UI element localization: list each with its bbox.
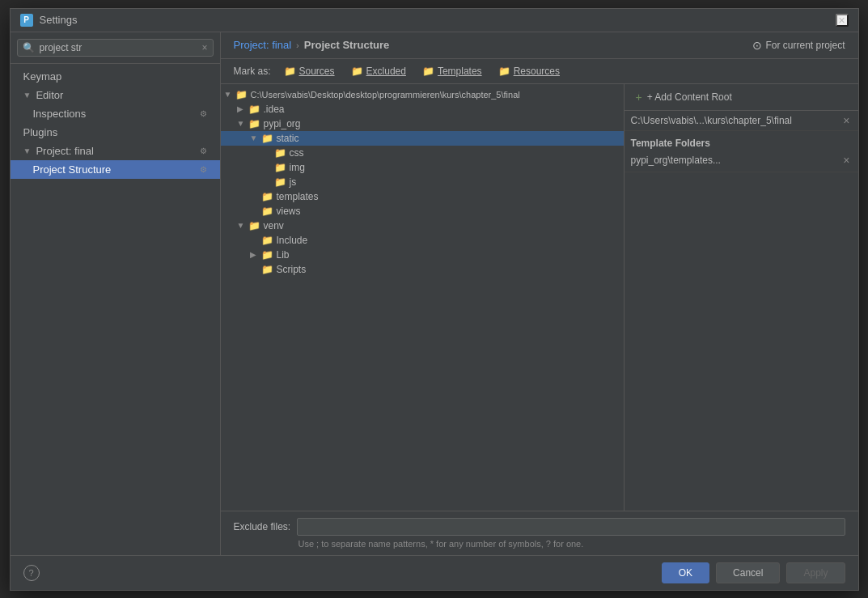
tree-item-label: templates: [277, 191, 319, 202]
mark-sources-button[interactable]: 📁 Sources: [277, 64, 341, 78]
templates-folder-icon: 📁: [422, 66, 434, 77]
tree-item-label: views: [277, 206, 301, 217]
breadcrumb-parent[interactable]: Project: final: [234, 39, 292, 51]
add-content-root-label: + Add Content Root: [647, 91, 732, 103]
tree-item-label: C:\Users\vabis\Desktop\desktop\programmi…: [251, 90, 520, 100]
tree-item[interactable]: ▶ 📁 views: [221, 204, 624, 218]
app-icon: P: [20, 14, 33, 27]
tree-item[interactable]: ▶ 📁 Lib: [221, 248, 624, 262]
sources-label: Sources: [299, 66, 335, 77]
close-button[interactable]: ×: [836, 14, 849, 27]
tree-item[interactable]: ▶ 📁 .idea: [221, 102, 624, 117]
search-box: 🔍 ×: [11, 32, 220, 64]
folder-icon: 📁: [261, 191, 273, 202]
expand-icon: ▶: [250, 250, 260, 259]
sidebar-item-inspections[interactable]: Inspections ⚙: [11, 104, 220, 123]
help-button[interactable]: ?: [23, 565, 40, 581]
sidebar-item-editor[interactable]: ▼ Editor: [11, 86, 220, 104]
content-area: Project: final › Project Structure ⊙ For…: [221, 32, 858, 555]
tree-item-label: .idea: [264, 104, 285, 115]
search-icon: 🔍: [23, 42, 35, 53]
tree-item-label: Lib: [277, 249, 290, 261]
sidebar-item-plugins[interactable]: Plugins: [11, 123, 220, 142]
config-icon: ⚙: [200, 165, 207, 174]
mark-excluded-button[interactable]: 📁 Excluded: [345, 64, 413, 78]
project-icon: ⊙: [752, 39, 762, 52]
mark-templates-button[interactable]: 📁 Templates: [416, 64, 489, 78]
tree-item[interactable]: ▶ 📁 Scripts: [221, 262, 624, 277]
sidebar-item-project-final[interactable]: ▼ Project: final ⚙: [11, 142, 220, 160]
folder-icon: 📁: [248, 220, 260, 231]
config-icon: ⚙: [200, 109, 207, 118]
sidebar-nav: Keymap ▼ Editor Inspections ⚙ Plugins: [11, 64, 220, 555]
tree-item[interactable]: ▶ 📁 templates: [221, 189, 624, 204]
remove-content-root-button[interactable]: ×: [841, 114, 851, 127]
folder-icon: 📁: [261, 235, 273, 246]
mark-resources-button[interactable]: 📁 Resources: [492, 64, 566, 78]
sidebar-item-keymap[interactable]: Keymap: [11, 67, 220, 86]
tree-item[interactable]: ▶ 📁 js: [221, 175, 624, 189]
for-current-project[interactable]: ⊙ For current project: [752, 39, 845, 52]
folder-icon: 📁: [235, 89, 248, 100]
templates-label: Templates: [438, 66, 482, 77]
right-panel: + + Add Content Root C:\Users\vabis\...\…: [624, 84, 858, 511]
title-bar: P Settings ×: [11, 9, 858, 32]
sidebar-item-label: Plugins: [23, 126, 58, 138]
template-folder-item: pypi_org\templates... ×: [631, 152, 852, 168]
folder-icon: 📁: [261, 249, 273, 261]
arrow-icon: ▼: [23, 146, 32, 155]
content-root-item: C:\Users\vabis\...\kurs\chapter_5\final …: [625, 111, 858, 131]
right-panel-toolbar: + + Add Content Root: [625, 84, 858, 111]
plus-icon: +: [636, 91, 642, 104]
expand-icon: ▼: [237, 221, 247, 230]
breadcrumb-current: Project Structure: [304, 39, 389, 51]
exclude-hint: Use ; to separate name patterns, * for a…: [234, 539, 845, 549]
breadcrumb: Project: final › Project Structure: [234, 39, 390, 51]
sidebar-item-label: Project: final: [36, 145, 94, 157]
exclude-files-input[interactable]: [297, 518, 845, 536]
mark-as-bar: Mark as: 📁 Sources 📁 Excluded 📁 Template…: [221, 59, 858, 84]
excluded-label: Excluded: [366, 66, 406, 77]
arrow-icon: ▼: [23, 91, 32, 100]
tree-item[interactable]: ▶ 📁 Include: [221, 233, 624, 248]
tree-item-label: css: [290, 147, 304, 159]
tree-item[interactable]: ▼ 📁 venv: [221, 218, 624, 233]
config-icon: ⚙: [200, 146, 207, 155]
content-header: Project: final › Project Structure ⊙ For…: [221, 32, 858, 59]
content-root-path: C:\Users\vabis\...\kurs\chapter_5\final: [631, 115, 792, 126]
search-input[interactable]: [40, 42, 197, 53]
folder-icon: 📁: [274, 162, 286, 173]
tree-item[interactable]: ▼ 📁 C:\Users\vabis\Desktop\desktop\progr…: [221, 87, 624, 102]
folder-icon: 📁: [274, 176, 286, 188]
sidebar-item-label: Editor: [36, 89, 63, 101]
breadcrumb-separator: ›: [296, 40, 299, 50]
apply-button[interactable]: Apply: [786, 562, 845, 583]
expand-icon: ▶: [237, 104, 247, 113]
sidebar-item-project-structure[interactable]: Project Structure ⚙: [11, 160, 220, 179]
expand-icon: ▼: [237, 119, 247, 128]
remove-template-folder-button[interactable]: ×: [841, 154, 851, 167]
cancel-button[interactable]: Cancel: [716, 562, 780, 583]
folder-icon: 📁: [248, 104, 260, 115]
template-folders-section: Template Folders pypi_org\templates... ×: [625, 131, 858, 172]
settings-dialog: P Settings × 🔍 ×: [10, 8, 859, 591]
exclude-files-label: Exclude files:: [234, 521, 291, 532]
ok-button[interactable]: OK: [662, 562, 709, 583]
tree-item[interactable]: ▼ 📁 static: [221, 131, 624, 146]
expand-icon: ▼: [250, 134, 260, 142]
template-folder-path: pypi_org\templates...: [631, 155, 721, 166]
tree-item[interactable]: ▶ 📁 img: [221, 160, 624, 175]
search-clear-button[interactable]: ×: [201, 42, 207, 53]
folder-icon: 📁: [274, 147, 286, 159]
resources-folder-icon: 📁: [498, 66, 510, 77]
for-current-project-label: For current project: [765, 40, 845, 51]
dialog-title: Settings: [40, 14, 78, 26]
folder-icon: 📁: [261, 206, 273, 217]
folder-icon: 📁: [261, 133, 273, 144]
tree-item[interactable]: ▶ 📁 css: [221, 146, 624, 160]
tree-item[interactable]: ▼ 📁 pypi_org: [221, 117, 624, 131]
expand-icon: ▼: [224, 90, 234, 99]
tree-item-label: static: [277, 133, 299, 144]
folder-icon: 📁: [261, 264, 273, 275]
add-content-root-button[interactable]: + + Add Content Root: [631, 89, 737, 105]
